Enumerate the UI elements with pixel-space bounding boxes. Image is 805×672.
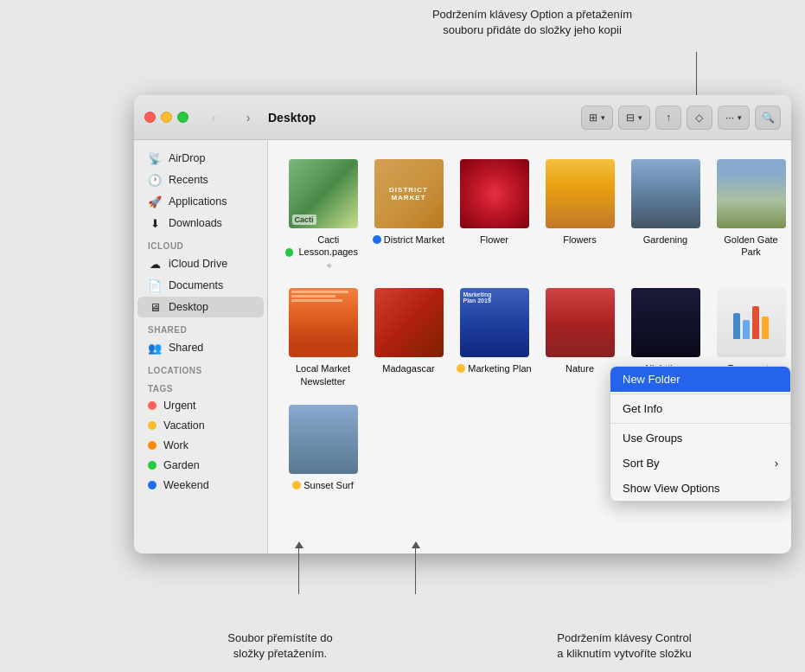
maximize-button[interactable] — [177, 112, 188, 123]
file-thumb-flowers — [546, 159, 615, 228]
file-thumb-nighttime — [631, 288, 700, 357]
traffic-lights — [144, 112, 188, 123]
file-item-goldengate[interactable]: Golden Gate Park — [710, 154, 791, 276]
sidebar-item-desktop[interactable]: 🖥 Desktop — [137, 297, 264, 317]
file-thumb-district: DISTRICTMARKET — [374, 159, 444, 228]
desktop-icon: 🖥 — [148, 300, 162, 314]
sidebar-item-airdrop[interactable]: 📡 AirDrop — [137, 148, 264, 169]
sidebar-item-vacation[interactable]: Vacation — [137, 416, 264, 435]
search-icon: 🔍 — [762, 112, 775, 124]
file-item-marketing[interactable]: MarketingPlan 2019 Marketing Plan — [453, 283, 535, 393]
icloud-drive-icon: ☁ — [148, 257, 162, 271]
file-thumb-cacti: Cacti — [289, 159, 358, 228]
chevron-down-icon: ▾ — [601, 113, 605, 122]
file-thumb-flower — [460, 159, 529, 228]
close-button[interactable] — [144, 112, 156, 123]
annotation-bottom-right: Podržením klávesy Controla kliknutím vyt… — [452, 630, 770, 662]
more-icon: ··· — [725, 112, 734, 124]
file-name-row-sunset: Sunset Surf — [292, 479, 353, 491]
sidebar-item-urgent[interactable]: Urgent — [137, 396, 264, 415]
toolbar-right: ⊞ ▾ ⊟ ▾ ↑ ◇ ··· ▾ 🔍 — [581, 106, 781, 130]
tag-button[interactable]: ◇ — [687, 106, 712, 130]
file-item-flower[interactable]: Flower — [453, 154, 535, 276]
sidebar-item-garden[interactable]: Garden — [137, 456, 264, 475]
sidebar: 📡 AirDrop 🕐 Recents 🚀 Applications ⬇ Dow… — [134, 140, 268, 554]
sidebar-item-applications[interactable]: 🚀 Applications — [137, 191, 264, 212]
work-dot — [148, 441, 157, 450]
search-button[interactable]: 🔍 — [755, 106, 781, 130]
annotation-bottom-left: Soubor přemístíte dosložky přetažením. — [134, 630, 452, 662]
forward-button[interactable]: › — [239, 108, 258, 127]
view-toggle-button[interactable]: ⊞ ▾ — [581, 106, 613, 130]
path-label: Desktop — [268, 111, 574, 125]
file-item-nature[interactable]: Nature — [539, 283, 621, 393]
file-item-district[interactable]: DISTRICTMARKET District Market — [367, 154, 450, 276]
minimize-button[interactable] — [161, 112, 172, 123]
weekend-dot — [148, 481, 157, 490]
grid-icon: ⊞ — [589, 112, 597, 124]
sidebar-item-weekend[interactable]: Weekend — [137, 476, 264, 495]
locations-section-label: Locations — [134, 359, 267, 377]
title-bar: ‹ › Desktop ⊞ ▾ ⊟ ▾ ↑ ◇ ··· ▾ 🔍 — [134, 95, 791, 140]
file-item-flowers[interactable]: Flowers — [539, 154, 621, 276]
arrow-right-icon — [415, 547, 416, 594]
share-icon: ↑ — [666, 112, 671, 124]
airdrop-icon: 📡 — [148, 151, 162, 165]
file-thumb-roommate — [717, 288, 786, 357]
sidebar-item-work[interactable]: Work — [137, 436, 264, 455]
garden-dot — [148, 461, 157, 470]
file-item-madagascar[interactable]: Madagascar — [367, 283, 450, 393]
file-item-cacti[interactable]: Cacti CactiLesson.pages ⎆ — [282, 154, 364, 276]
context-menu-item-show-view[interactable]: Show View Options — [610, 476, 790, 501]
context-menu-item-sort-by[interactable]: Sort By › — [610, 451, 790, 476]
file-thumb-marketing: MarketingPlan 2019 — [460, 288, 529, 357]
finder-window: ‹ › Desktop ⊞ ▾ ⊟ ▾ ↑ ◇ ··· ▾ 🔍 — [134, 95, 791, 554]
badge-green — [285, 248, 293, 257]
file-thumb-newsletter — [289, 288, 358, 357]
badge-yellow-sunset — [292, 481, 301, 490]
file-thumb-gardening — [631, 159, 700, 228]
content-area: 📡 AirDrop 🕐 Recents 🚀 Applications ⬇ Dow… — [134, 140, 791, 554]
sidebar-item-recents[interactable]: 🕐 Recents — [137, 170, 264, 190]
downloads-icon: ⬇ — [148, 216, 162, 230]
file-item-gardening[interactable]: Gardening — [624, 154, 706, 276]
shared-section-label: Shared — [134, 318, 267, 336]
annotation-top: Podržením klávesy Option a přetaženímsou… — [294, 7, 770, 38]
file-name-row-marketing: Marketing Plan — [457, 362, 531, 374]
context-menu-item-use-groups[interactable]: Use Groups — [610, 426, 790, 451]
sidebar-item-documents[interactable]: 📄 Documents — [137, 275, 264, 296]
file-thumb-goldengate — [717, 159, 786, 228]
sidebar-item-icloud-drive[interactable]: ☁ iCloud Drive — [137, 253, 264, 274]
more-button[interactable]: ··· ▾ — [718, 106, 750, 130]
context-menu-item-get-info[interactable]: Get Info — [610, 396, 790, 421]
context-menu: New Folder Get Info Use Groups Sort By ›… — [610, 366, 791, 502]
share-button[interactable]: ↑ — [655, 106, 681, 130]
applications-icon: 🚀 — [148, 195, 162, 208]
submenu-arrow-icon: › — [775, 457, 778, 470]
file-area: Cacti CactiLesson.pages ⎆ DISTRICTMARKET… — [268, 140, 791, 554]
file-name-row-district: District Market — [373, 234, 444, 246]
file-item-newsletter[interactable]: Local MarketNewsletter — [282, 283, 364, 393]
annotation-bottom: Soubor přemístíte dosložky přetažením. P… — [134, 630, 770, 662]
file-item-sunset[interactable]: Sunset Surf — [282, 400, 364, 496]
vacation-dot — [148, 421, 157, 430]
sidebar-item-shared[interactable]: 👥 Shared — [137, 337, 264, 358]
chevron-down-icon2: ▾ — [638, 113, 642, 122]
group-icon: ⊟ — [626, 112, 635, 124]
file-thumb-sunset — [289, 405, 358, 474]
back-button[interactable]: ‹ — [204, 108, 223, 127]
sidebar-item-downloads[interactable]: ⬇ Downloads — [137, 213, 264, 234]
group-button[interactable]: ⊟ ▾ — [618, 106, 650, 130]
tag-icon: ◇ — [695, 112, 703, 124]
file-thumb-madagascar — [374, 288, 444, 357]
badge-yellow — [457, 364, 465, 373]
context-menu-item-new-folder[interactable]: New Folder — [610, 367, 790, 392]
arrow-left-icon — [298, 547, 299, 594]
badge-blue — [373, 235, 381, 244]
urgent-dot — [148, 401, 157, 410]
file-name-row: CactiLesson.pages ⎆ — [285, 234, 361, 271]
icloud-section-label: iCloud — [134, 234, 267, 253]
recents-icon: 🕐 — [148, 173, 162, 187]
file-thumb-nature — [546, 288, 615, 357]
documents-icon: 📄 — [148, 278, 162, 292]
